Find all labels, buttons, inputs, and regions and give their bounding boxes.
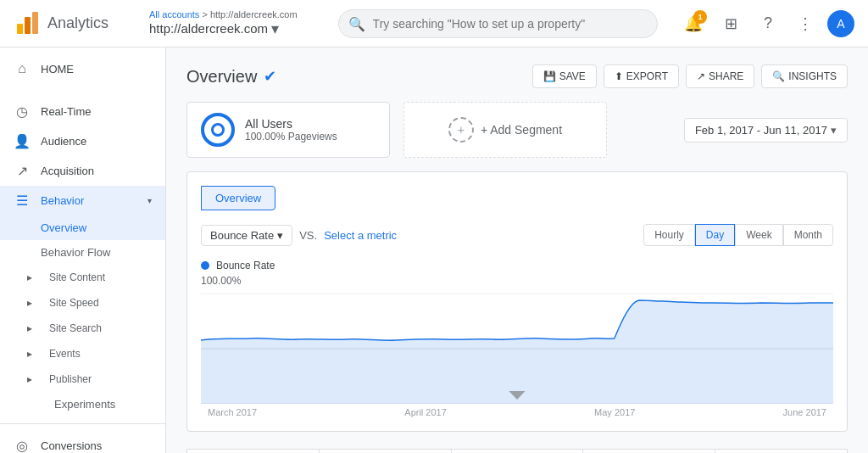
chevron-down-icon: ▾: [271, 20, 279, 38]
insights-label: INSIGHTS: [788, 70, 837, 82]
expand-icon3: ▸: [27, 322, 32, 334]
save-icon: 💾: [543, 70, 556, 82]
metric-card-avg-time: Avg. Time on Page 00:00:46: [452, 449, 584, 453]
segment-name: All Users: [245, 117, 337, 131]
chart-section: Overview Bounce Rate ▾ VS. Select a metr…: [186, 171, 848, 432]
chart-controls: Bounce Rate ▾ VS. Select a metric Hourly…: [201, 224, 833, 246]
acquisition-icon: ↗: [14, 163, 31, 179]
expand-icon5: ▸: [27, 373, 32, 385]
audience-icon: 👤: [14, 133, 31, 149]
top-bar: Analytics All accounts > http://aldercre…: [0, 0, 868, 48]
insights-button[interactable]: 🔍 INSIGHTS: [761, 64, 848, 88]
top-actions: 🔔 1 ⊞ ? ⋮ A: [678, 8, 854, 39]
metrics-row: Pageviews 242,430 Unique Pageviews 137,4…: [186, 449, 848, 453]
sidebar-item-acquisition[interactable]: ↗ Acquisition: [0, 156, 165, 186]
sidebar-sub-item-overview[interactable]: Overview: [0, 215, 165, 240]
search-input[interactable]: [338, 9, 658, 38]
metric-dropdown[interactable]: Bounce Rate ▾: [201, 225, 292, 246]
export-button[interactable]: ⬆ EXPORT: [604, 64, 679, 88]
sidebar-section-top: ⌂ HOME: [0, 48, 165, 90]
time-btn-hourly[interactable]: Hourly: [643, 224, 695, 246]
export-icon: ⬆: [615, 70, 623, 82]
all-accounts-link[interactable]: All accounts: [149, 9, 199, 20]
page-title: Overview: [186, 67, 257, 87]
behavior-expand-icon: ▾: [147, 196, 152, 205]
apps-button[interactable]: ⊞: [715, 8, 746, 39]
svg-rect-0: [17, 24, 23, 34]
vs-label: VS.: [299, 229, 317, 242]
home-icon: ⌂: [14, 61, 31, 76]
chart-x-label-1: March 2017: [208, 407, 257, 417]
legend-label: Bounce Rate: [216, 260, 275, 271]
avatar[interactable]: A: [827, 10, 854, 37]
share-button[interactable]: ↗ SHARE: [686, 64, 754, 88]
svg-rect-1: [25, 17, 31, 34]
layout: ⌂ HOME ◷ Real-Time 👤 Audience ↗ Acquisit…: [0, 48, 868, 453]
sidebar-item-behavior[interactable]: ☰ Behavior ▾: [0, 186, 165, 215]
sidebar-sub-item-experiments[interactable]: Experiments: [0, 392, 165, 417]
segment-circle: [201, 113, 235, 147]
metric-chevron-icon: ▾: [277, 229, 283, 242]
metric-card-pageviews: Pageviews 242,430: [186, 449, 320, 453]
overview-title: Overview ✔: [186, 67, 276, 87]
property-selector[interactable]: http://aldercreek.com ▾: [149, 20, 304, 38]
sidebar-item-publisher[interactable]: ▸ Publisher: [0, 366, 165, 392]
time-btn-day[interactable]: Day: [695, 224, 735, 246]
save-label: SAVE: [559, 70, 586, 82]
sidebar-item-audience[interactable]: 👤 Audience: [0, 126, 165, 156]
sidebar-item-home[interactable]: ⌂ HOME: [0, 54, 165, 83]
breadcrumb: All accounts > http://aldercreek.com: [149, 9, 298, 20]
sidebar-item-site-search[interactable]: ▸ Site Search: [0, 316, 165, 341]
sidebar-item-site-content[interactable]: ▸ Site Content: [0, 265, 165, 290]
main-content: Overview ✔ 💾 SAVE ⬆ EXPORT ↗ SHARE 🔍: [166, 48, 868, 453]
analytics-logo-icon: [14, 10, 41, 37]
save-button[interactable]: 💾 SAVE: [532, 64, 597, 88]
expand-icon2: ▸: [27, 297, 32, 309]
chart-start-value: 100.00%: [201, 275, 833, 287]
sidebar-item-conversions[interactable]: ◎ Conversions: [0, 431, 165, 453]
conversions-label: Conversions: [41, 439, 102, 452]
time-btn-month[interactable]: Month: [783, 224, 833, 246]
sidebar-sub-item-behavior-flow[interactable]: Behavior Flow: [0, 240, 165, 265]
realtime-icon: ◷: [14, 103, 31, 120]
date-chevron-icon: ▾: [831, 124, 837, 137]
date-range-selector[interactable]: Feb 1, 2017 - Jun 11, 2017 ▾: [684, 118, 848, 143]
chart-tabs: Overview: [201, 186, 833, 210]
overview-header: Overview ✔ 💾 SAVE ⬆ EXPORT ↗ SHARE 🔍: [186, 64, 848, 88]
expand-icon: ▸: [27, 271, 32, 283]
chart-x-label-4: June 2017: [783, 407, 826, 417]
chart-x-label-2: April 2017: [404, 407, 447, 417]
time-btn-week[interactable]: Week: [735, 224, 782, 246]
segments-area: All Users 100.00% Pageviews + + Add Segm…: [186, 102, 607, 158]
add-segment-button[interactable]: + + Add Segment: [403, 102, 607, 158]
behavior-icon: ☰: [14, 193, 31, 209]
chart-legend: Bounce Rate: [201, 260, 833, 271]
help-button[interactable]: ?: [753, 8, 783, 39]
chart-svg: [201, 294, 833, 404]
sidebar-item-realtime[interactable]: ◷ Real-Time: [0, 97, 165, 126]
tab-overview[interactable]: Overview: [201, 186, 275, 210]
select-metric-link[interactable]: Select a metric: [324, 229, 397, 242]
sidebar-section-main: ◷ Real-Time 👤 Audience ↗ Acquisition ☰ B…: [0, 90, 165, 423]
insights-icon: 🔍: [772, 70, 785, 82]
sidebar-acquisition-label: Acquisition: [41, 165, 94, 177]
chart-x-labels: March 2017 April 2017 May 2017 June 2017: [201, 407, 833, 417]
sidebar-realtime-label: Real-Time: [41, 105, 91, 118]
sidebar-item-events[interactable]: ▸ Events: [0, 341, 165, 366]
conversions-icon: ◎: [14, 438, 31, 453]
search-icon: 🔍: [348, 15, 365, 31]
logo-area: Analytics: [14, 10, 149, 37]
header-actions: 💾 SAVE ⬆ EXPORT ↗ SHARE 🔍 INSIGHTS: [532, 64, 848, 88]
sidebar: ⌂ HOME ◷ Real-Time 👤 Audience ↗ Acquisit…: [0, 48, 166, 453]
notification-button[interactable]: 🔔 1: [678, 8, 709, 39]
events-label: Events: [49, 348, 81, 360]
property-name: http://aldercreek.com: [149, 21, 268, 36]
site-search-label: Site Search: [49, 322, 102, 334]
site-speed-label: Site Speed: [49, 297, 99, 309]
more-options-button[interactable]: ⋮: [790, 8, 821, 39]
metric-selector: Bounce Rate ▾ VS. Select a metric: [201, 225, 397, 246]
metric-label: Bounce Rate: [210, 229, 274, 242]
sidebar-item-site-speed[interactable]: ▸ Site Speed: [0, 290, 165, 316]
sidebar-home-label: HOME: [41, 63, 74, 76]
segment-metric: 100.00% Pageviews: [245, 131, 337, 143]
